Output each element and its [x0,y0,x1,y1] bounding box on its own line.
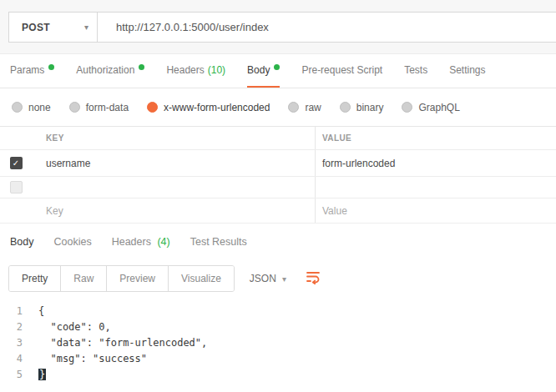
line-number-gutter: 1 2 3 4 5 [0,304,30,383]
mode-form-data-label: form-data [86,102,129,113]
tab-headers[interactable]: Headers (10) [166,54,225,88]
response-toolbar: Pretty Raw Preview Visualize JSON ▾ [0,259,556,298]
method-select[interactable]: POST ▾ [9,13,98,42]
table-row-empty [0,177,556,199]
response-tab-body[interactable]: Body [10,236,34,248]
tab-settings-label: Settings [449,64,485,76]
radio-icon [340,102,351,113]
mode-raw[interactable]: raw [288,102,321,113]
mode-none[interactable]: none [12,102,51,113]
table-header-row: KEY VALUE [0,127,556,150]
tab-pre-request-script[interactable]: Pre-request Script [301,54,382,88]
tab-tests-label: Tests [404,64,427,76]
response-tab-headers[interactable]: Headers (4) [112,236,170,248]
response-tab-headers-label: Headers [112,236,151,248]
method-label: POST [22,22,50,33]
request-tabs: Params Authorization Headers (10) Body P… [0,54,556,88]
value-input[interactable] [316,177,556,198]
radio-icon [402,102,412,113]
visualize-button[interactable]: Visualize [169,266,234,291]
tab-pre-request-script-label: Pre-request Script [301,64,382,76]
mode-form-data[interactable]: form-data [69,102,129,113]
row-checkbox-cell: ✓ [0,150,32,176]
response-tabs: Body Cookies Headers (4) Test Results [0,224,556,259]
tab-params-label: Params [10,64,44,76]
tab-headers-label: Headers [166,64,204,76]
response-tab-test-results-label: Test Results [190,236,247,248]
mode-binary[interactable]: binary [340,102,384,113]
url-box: POST ▾ http://127.0.0.1:5000/user/index [8,12,556,43]
pretty-button[interactable]: Pretty [9,266,61,291]
preview-button[interactable]: Preview [107,266,169,291]
headers-count-badge: (10) [208,64,225,76]
body-status-dot-icon [274,64,280,70]
line-number: 4 [0,351,23,367]
code-line: "msg": "success" [38,351,207,367]
request-bar: POST ▾ http://127.0.0.1:5000/user/index [0,0,556,54]
code-line: "code": 0, [38,319,207,335]
mode-x-www-form-urlencoded[interactable]: x-www-form-urlencoded [147,102,270,113]
wrap-text-icon [306,269,321,288]
body-mode-selector: none form-data x-www-form-urlencoded raw… [0,88,556,126]
code-line: "data": "form-urlencoded", [38,335,207,351]
language-select[interactable]: JSON ▾ [250,273,286,284]
table-row-placeholder: Key Value [0,199,556,224]
radio-icon [288,102,299,113]
tab-body[interactable]: Body [247,54,280,88]
tab-authorization[interactable]: Authorization [76,54,144,88]
raw-button[interactable]: Raw [61,266,107,291]
line-number: 2 [0,319,23,335]
response-tab-body-label: Body [10,236,34,248]
mode-binary-label: binary [356,102,384,113]
code-line: { [38,304,207,319]
checkbox-column-header [0,127,32,149]
tab-params[interactable]: Params [10,54,54,88]
response-tab-test-results[interactable]: Test Results [190,236,247,248]
radio-selected-icon [147,102,158,113]
key-input-placeholder[interactable]: Key [32,199,316,223]
chevron-down-icon: ▾ [84,23,88,32]
key-input[interactable] [32,177,316,198]
line-number: 1 [0,304,23,319]
line-number: 3 [0,335,23,351]
response-headers-count-badge: (4) [157,236,169,248]
wrap-text-button[interactable] [301,267,325,290]
row-checkbox-cell [0,199,32,223]
value-column-header: VALUE [316,127,556,149]
view-mode-group: Pretty Raw Preview Visualize [8,265,235,292]
response-tab-cookies[interactable]: Cookies [54,236,92,248]
table-row: ✓ username form-urlencoded [0,150,556,177]
row-checkbox-disabled [10,181,23,193]
authorization-status-dot-icon [139,64,144,70]
value-input-placeholder[interactable]: Value [316,199,556,223]
params-status-dot-icon [48,64,54,70]
key-input[interactable]: username [32,150,316,176]
radio-icon [12,102,23,113]
row-checkbox-cell [0,177,32,198]
row-checkbox[interactable]: ✓ [10,157,23,169]
tab-settings[interactable]: Settings [449,54,485,88]
line-number: 5 [0,367,23,383]
mode-graphql-label: GraphQL [418,102,459,113]
language-select-value: JSON [250,273,276,284]
code-line-with-cursor: } [38,367,207,383]
key-column-header: KEY [32,127,316,149]
chevron-down-icon: ▾ [282,274,286,284]
tab-body-label: Body [247,64,270,76]
radio-icon [69,102,80,113]
response-tab-cookies-label: Cookies [54,236,92,248]
response-body-editor[interactable]: 1 2 3 4 5 { "code": 0, "data": "form-url… [0,298,556,383]
text-cursor: } [38,369,46,380]
value-input[interactable]: form-urlencoded [316,150,556,176]
tab-tests[interactable]: Tests [404,54,427,88]
url-input[interactable]: http://127.0.0.1:5000/user/index [98,13,556,42]
params-table: KEY VALUE ✓ username form-urlencoded Key… [0,126,556,224]
tab-authorization-label: Authorization [76,64,134,76]
mode-graphql[interactable]: GraphQL [402,102,459,113]
mode-raw-label: raw [305,102,321,113]
mode-none-label: none [28,102,51,113]
mode-x-www-form-urlencoded-label: x-www-form-urlencoded [164,102,270,113]
code-lines: { "code": 0, "data": "form-urlencoded", … [30,304,207,383]
